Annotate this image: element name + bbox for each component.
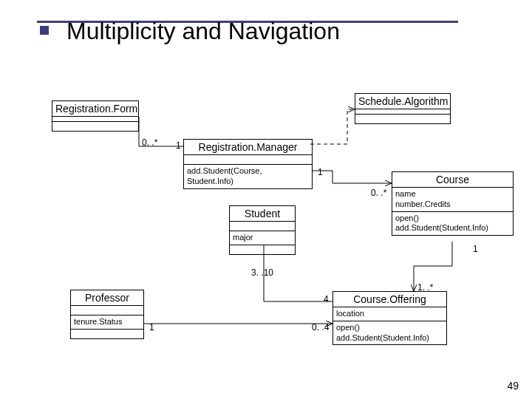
class-course: Course name number.Credits open() add.St…: [392, 171, 514, 236]
slide: Multiplicity and Navigation Registration…: [0, 0, 532, 399]
class-name: Registration.Manager: [184, 140, 312, 155]
mult-rm-course-left: 1: [318, 167, 323, 177]
mult-rf-rm-right: 1: [176, 140, 181, 151]
class-name: Professor: [71, 290, 143, 306]
page-number: 49: [507, 380, 519, 392]
class-registration-form: Registration.Form: [52, 100, 139, 132]
class-ops: add.Student(Course, Student.Info): [184, 165, 312, 188]
class-ops: open() add.Student(Student.Info): [333, 321, 446, 345]
class-name: Student: [230, 206, 295, 222]
mult-course-co-bot: 1. .*: [417, 282, 433, 293]
class-attrs: location: [333, 307, 446, 321]
class-attrs: name number.Credits: [392, 188, 513, 212]
slide-title: Multiplicity and Navigation: [66, 18, 340, 45]
class-student: Student major: [229, 205, 296, 255]
class-course-offering: Course.Offering location open() add.Stud…: [332, 291, 447, 345]
class-registration-manager: Registration.Manager add.Student(Course,…: [183, 139, 313, 189]
class-name: Registration.Form: [52, 101, 138, 117]
class-name: Schedule.Algorithm: [355, 94, 450, 109]
class-name: Course.Offering: [333, 292, 446, 307]
mult-prof-co-right: 0. .4: [312, 322, 329, 332]
class-schedule-algorithm: Schedule.Algorithm: [355, 93, 451, 124]
class-professor: Professor tenure.Status: [70, 290, 144, 339]
mult-rf-rm-left: 0. .*: [142, 137, 157, 148]
class-attrs: major: [230, 231, 295, 245]
mult-student-co-left: 3. .10: [251, 267, 273, 278]
mult-prof-co-left: 1: [149, 322, 154, 332]
mult-student-co-right: 4: [324, 294, 329, 304]
class-attrs: tenure.Status: [71, 316, 143, 329]
title-bullet-icon: [40, 26, 49, 35]
class-name: Course: [392, 172, 513, 188]
mult-course-co-top: 1: [473, 244, 478, 254]
class-ops: open() add.Student(Student.Info): [392, 212, 513, 236]
mult-rm-course-right: 0. .*: [371, 188, 386, 198]
